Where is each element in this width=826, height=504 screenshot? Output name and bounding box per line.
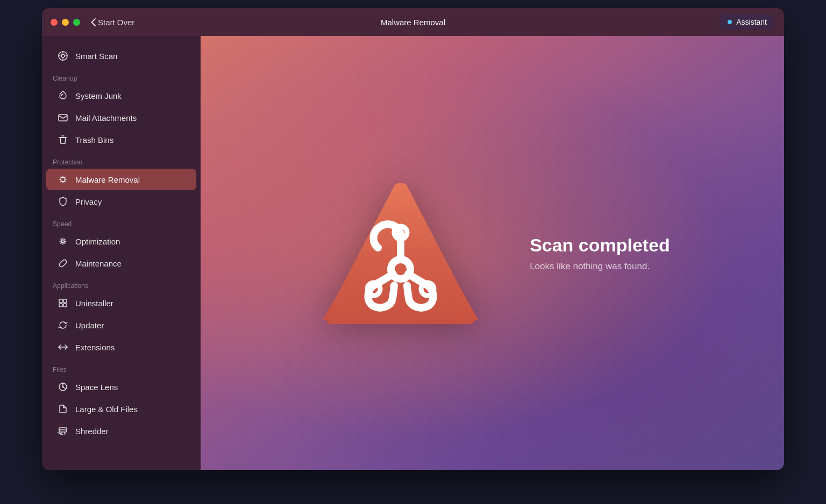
svg-rect-17 bbox=[59, 299, 62, 303]
sidebar-item-shredder[interactable]: Shredder bbox=[46, 420, 196, 442]
svg-point-16 bbox=[62, 240, 65, 243]
space-lens-icon bbox=[57, 381, 69, 393]
sidebar-item-label: Mail Attachments bbox=[75, 113, 137, 123]
system-junk-icon bbox=[57, 90, 69, 102]
section-label-cleanup: Cleanup bbox=[42, 67, 201, 84]
sidebar-item-label: Large & Old Files bbox=[75, 405, 138, 414]
sidebar-item-label: Shredder bbox=[75, 427, 109, 436]
large-old-files-icon bbox=[57, 403, 69, 415]
scan-result: Scan completed Looks like nothing was fo… bbox=[315, 167, 670, 339]
svg-line-14 bbox=[64, 239, 65, 240]
optimization-icon bbox=[57, 235, 69, 247]
sidebar-item-maintenance[interactable]: Maintenance bbox=[46, 253, 196, 274]
section-label-files: Files bbox=[42, 358, 201, 376]
svg-line-15 bbox=[61, 242, 62, 243]
app-window: Start Over Malware Removal Assistant bbox=[42, 8, 784, 470]
section-label-protection: Protection bbox=[42, 151, 201, 168]
sidebar-item-space-lens[interactable]: Space Lens bbox=[46, 376, 196, 398]
svg-rect-19 bbox=[59, 304, 62, 307]
sidebar-item-label: Space Lens bbox=[75, 383, 118, 392]
main-area: Scan completed Looks like nothing was fo… bbox=[201, 36, 784, 470]
smart-scan-icon bbox=[57, 50, 69, 62]
privacy-icon bbox=[57, 196, 69, 207]
biohazard-icon bbox=[315, 167, 487, 339]
title-bar: Start Over Malware Removal Assistant bbox=[42, 8, 784, 36]
page-title: Malware Removal bbox=[381, 18, 445, 27]
sidebar-item-optimization[interactable]: Optimization bbox=[46, 231, 196, 252]
svg-point-23 bbox=[62, 386, 64, 388]
trash-bins-icon bbox=[57, 134, 69, 146]
sidebar-item-uninstaller[interactable]: Uninstaller bbox=[46, 292, 196, 314]
scan-text: Scan completed Looks like nothing was fo… bbox=[530, 235, 670, 272]
svg-rect-6 bbox=[59, 114, 67, 121]
svg-line-27 bbox=[65, 433, 65, 435]
maintenance-icon bbox=[57, 257, 69, 269]
sidebar-item-large-old-files[interactable]: Large & Old Files bbox=[46, 398, 196, 420]
chevron-left-icon bbox=[91, 18, 96, 26]
svg-point-1 bbox=[61, 54, 65, 57]
sidebar-item-extensions[interactable]: Extensions bbox=[46, 336, 196, 358]
maximize-button[interactable] bbox=[73, 19, 80, 26]
svg-rect-18 bbox=[63, 299, 67, 303]
sidebar-item-label: Privacy bbox=[75, 197, 102, 206]
minimize-button[interactable] bbox=[62, 19, 69, 26]
sidebar-item-label: Optimization bbox=[75, 237, 120, 246]
sidebar-item-smart-scan[interactable]: Smart Scan bbox=[46, 45, 196, 67]
traffic-lights bbox=[51, 19, 80, 26]
sidebar-item-privacy[interactable]: Privacy bbox=[46, 191, 196, 212]
sidebar-item-trash-bins[interactable]: Trash Bins bbox=[46, 129, 196, 150]
malware-removal-icon bbox=[57, 174, 69, 185]
sidebar-item-label: Uninstaller bbox=[75, 299, 113, 308]
sidebar-item-label: Maintenance bbox=[75, 259, 122, 268]
sidebar-item-label: Extensions bbox=[75, 343, 115, 352]
shredder-icon bbox=[57, 425, 69, 437]
svg-line-13 bbox=[64, 242, 65, 243]
sidebar-item-label: System Junk bbox=[75, 91, 122, 100]
assistant-button[interactable]: Assistant bbox=[719, 14, 775, 30]
uninstaller-icon bbox=[57, 297, 69, 309]
main-content: Smart Scan Cleanup System Junk bbox=[42, 36, 784, 470]
scan-completed-title: Scan completed bbox=[530, 235, 670, 256]
sidebar-item-system-junk[interactable]: System Junk bbox=[46, 85, 196, 106]
section-label-speed: Speed bbox=[42, 213, 201, 230]
sidebar-item-label: Trash Bins bbox=[75, 135, 113, 145]
svg-line-12 bbox=[61, 239, 62, 240]
sidebar-item-updater[interactable]: Updater bbox=[46, 314, 196, 336]
sidebar-item-label: Updater bbox=[75, 321, 104, 330]
svg-rect-20 bbox=[63, 304, 67, 307]
close-button[interactable] bbox=[51, 19, 58, 26]
sidebar-item-mail-attachments[interactable]: Mail Attachments bbox=[46, 107, 196, 128]
extensions-icon bbox=[57, 341, 69, 353]
svg-line-26 bbox=[58, 433, 63, 435]
sidebar-item-label: Malware Removal bbox=[75, 175, 140, 184]
updater-icon bbox=[57, 319, 69, 331]
assistant-label: Assistant bbox=[736, 18, 767, 26]
sidebar-item-label: Smart Scan bbox=[75, 52, 117, 61]
section-label-applications: Applications bbox=[42, 275, 201, 292]
back-button[interactable]: Start Over bbox=[91, 18, 134, 27]
sidebar: Smart Scan Cleanup System Junk bbox=[42, 36, 201, 470]
sidebar-item-malware-removal[interactable]: Malware Removal bbox=[46, 169, 196, 190]
back-label: Start Over bbox=[98, 18, 134, 27]
assistant-dot-icon bbox=[728, 20, 732, 24]
mail-attachments-icon bbox=[57, 112, 69, 124]
scan-completed-subtitle: Looks like nothing was found. bbox=[530, 261, 670, 272]
